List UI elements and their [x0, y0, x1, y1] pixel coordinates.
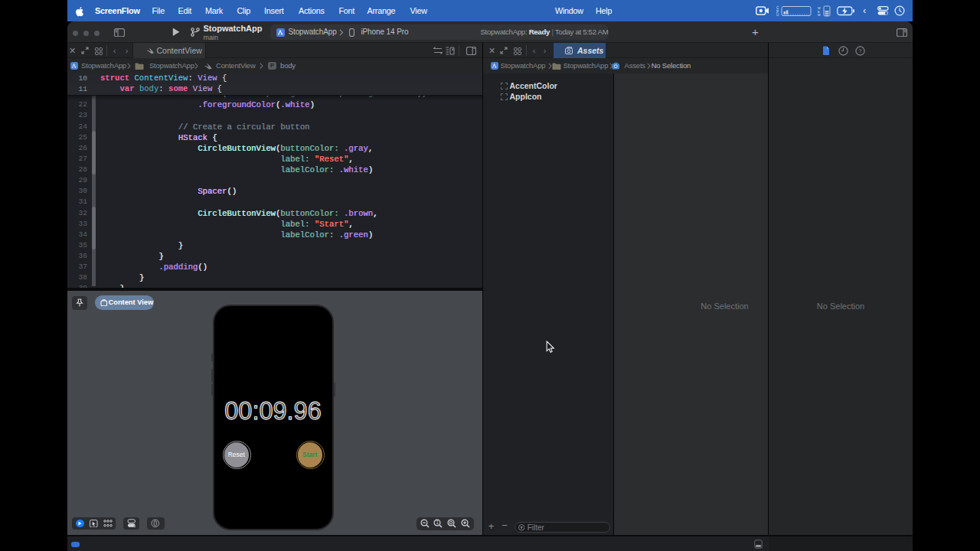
svg-text:M: M	[818, 13, 821, 17]
svg-text:U: U	[776, 13, 779, 17]
svg-text:1: 1	[436, 520, 439, 525]
svg-text:?: ?	[858, 47, 861, 54]
